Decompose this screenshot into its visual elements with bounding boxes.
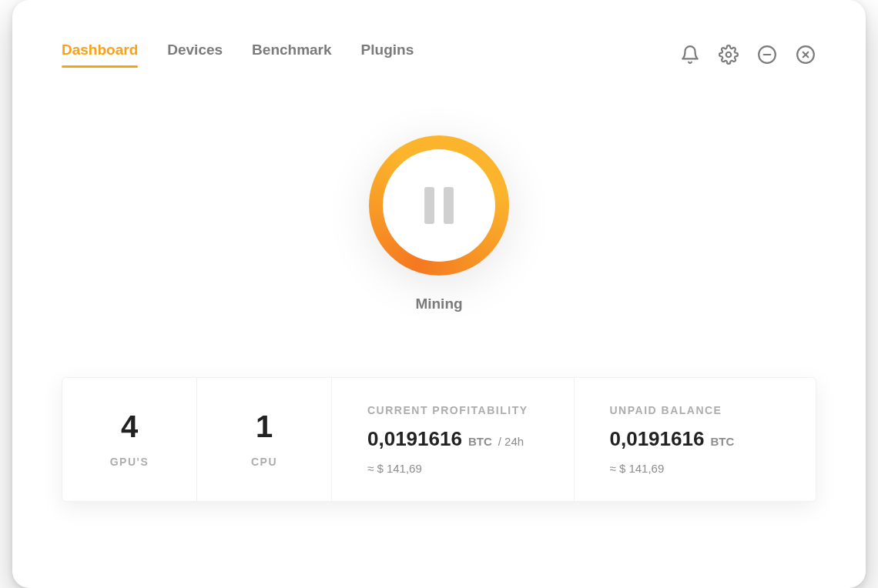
pause-icon [424,187,454,224]
profitability-value-row: 0,0191616 BTC / 24h [367,427,524,451]
settings-button[interactable] [718,44,739,65]
gear-icon [719,45,739,65]
balance-amount: 0,0191616 [610,427,705,451]
profitability-per: / 24h [498,435,524,448]
bell-icon [680,45,700,65]
balance-title: UNPAID BALANCE [610,404,722,416]
mining-status-label: Mining [415,296,462,312]
app-window: Dashboard Devices Benchmark Plugins [12,0,866,588]
gpu-count: 4 [121,411,138,442]
minimize-button[interactable] [756,44,778,65]
tab-plugins[interactable]: Plugins [361,42,414,68]
mining-inner [383,149,495,262]
close-icon [796,45,816,65]
cpu-count: 1 [256,411,273,442]
gpu-label: GPU'S [110,456,149,468]
tab-benchmark[interactable]: Benchmark [252,42,332,68]
svg-point-0 [726,52,732,58]
cpu-label: CPU [251,456,277,468]
mining-control-area: Mining [62,135,816,312]
stats-row: 4 GPU'S 1 CPU CURRENT PROFITABILITY 0,01… [62,377,816,502]
minimize-icon [757,45,777,65]
mining-toggle-button[interactable] [369,135,509,276]
window-actions [679,44,816,65]
topbar: Dashboard Devices Benchmark Plugins [62,42,816,68]
stat-gpus: 4 GPU'S [62,378,197,501]
stat-cpu: 1 CPU [197,378,332,501]
profitability-approx: ≈ $ 141,69 [367,462,422,475]
close-button[interactable] [795,44,816,65]
balance-approx: ≈ $ 141,69 [610,462,665,475]
profitability-unit: BTC [468,435,492,448]
balance-unit: BTC [710,435,734,448]
nav-tabs: Dashboard Devices Benchmark Plugins [62,42,414,68]
stat-balance: UNPAID BALANCE 0,0191616 BTC ≈ $ 141,69 [575,378,816,501]
stat-profitability: CURRENT PROFITABILITY 0,0191616 BTC / 24… [332,378,575,501]
profitability-title: CURRENT PROFITABILITY [367,404,528,416]
profitability-amount: 0,0191616 [367,427,462,451]
tab-devices[interactable]: Devices [167,42,223,68]
balance-value-row: 0,0191616 BTC [610,427,735,451]
tab-dashboard[interactable]: Dashboard [62,42,138,68]
notifications-button[interactable] [679,44,701,65]
